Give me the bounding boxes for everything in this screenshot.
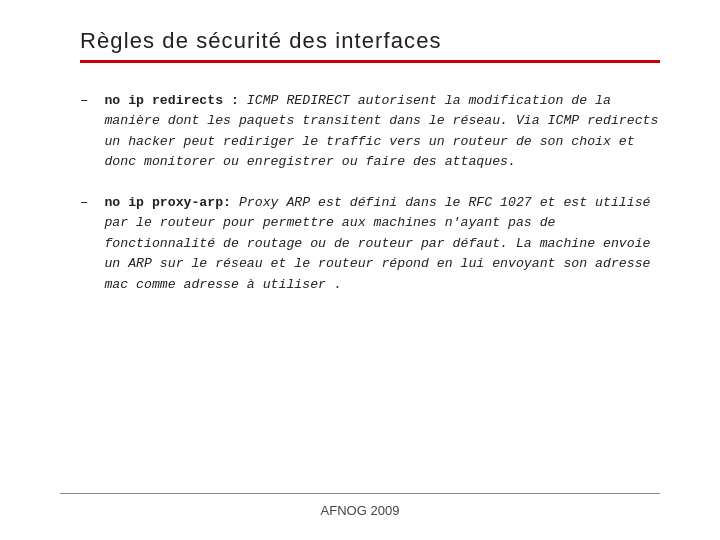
bullet-dash-1: – [80,92,88,108]
bullet-content-1: no ip redirects : ICMP REDIRECT autorise… [104,91,660,173]
slide: Règles de sécurité des interfaces – no i… [0,0,720,540]
list-item: – no ip redirects : ICMP REDIRECT autori… [80,91,660,173]
keyword-1: no ip redirects : [104,93,239,108]
footer-line [60,493,660,495]
keyword-2: no ip proxy-arp: [104,195,231,210]
list-item: – no ip proxy-arp: Proxy ARP est défini … [80,193,660,295]
title-area: Règles de sécurité des interfaces [0,0,720,63]
footer-text: AFNOG 2009 [321,503,400,518]
slide-title: Règles de sécurité des interfaces [80,28,660,54]
bullet-content-2: no ip proxy-arp: Proxy ARP est défini da… [104,193,660,295]
footer-area: AFNOG 2009 [0,493,720,521]
content-area: – no ip redirects : ICMP REDIRECT autori… [0,63,720,335]
bullet-dash-2: – [80,194,88,210]
